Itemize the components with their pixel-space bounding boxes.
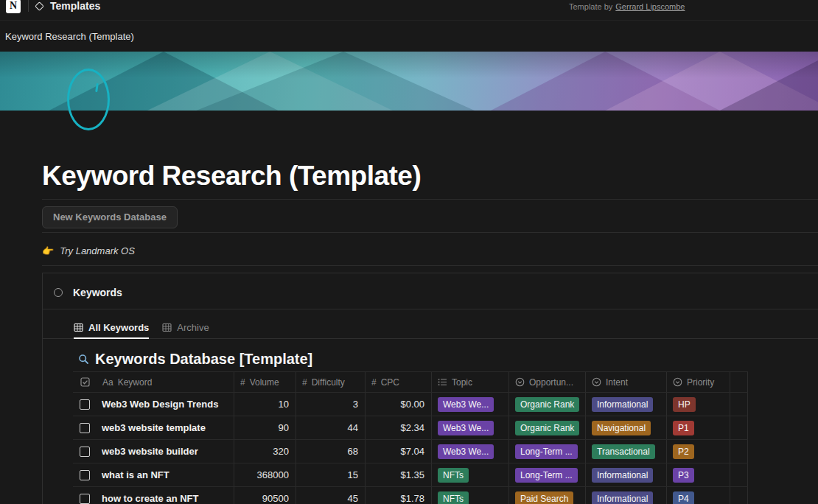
tab-archive[interactable]: Archive — [162, 315, 209, 339]
column-header-difficulty[interactable]: # Difficulty — [296, 372, 366, 392]
intent-cell[interactable]: Informational — [586, 393, 667, 416]
try-landmark-os-link[interactable]: Try Landmark OS — [60, 245, 135, 256]
priority-cell[interactable]: P4 — [667, 487, 730, 504]
keyword-cell[interactable]: web3 website builder — [97, 440, 234, 463]
notion-logo-icon[interactable]: N — [6, 0, 21, 13]
topic-tag[interactable]: Web3 We... — [438, 397, 494, 412]
templates-icon — [35, 1, 44, 11]
breadcrumb-page-title[interactable]: Keyword Research (Template) — [5, 31, 134, 42]
intent-tag[interactable]: Transactional — [592, 444, 655, 459]
number-property-icon: # — [371, 378, 377, 387]
topic-cell[interactable]: NFTs — [432, 463, 509, 486]
difficulty-cell[interactable]: 44 — [296, 416, 366, 439]
keyword-cell[interactable]: web3 website template — [97, 416, 234, 439]
topic-tag[interactable]: NFTs — [438, 468, 469, 483]
priority-tag[interactable]: HP — [673, 397, 696, 412]
priority-tag[interactable]: P4 — [673, 491, 694, 504]
opportunity-cell[interactable]: Paid Search — [509, 487, 586, 504]
keywords-database-card: Keywords All Keywords Archive Keywords D… — [42, 273, 818, 504]
topic-cell[interactable]: Web3 We... — [432, 416, 509, 439]
search-icon — [78, 354, 89, 365]
database-name[interactable]: Keywords — [73, 287, 122, 298]
opportunity-tag[interactable]: Long-Term ... — [515, 444, 578, 459]
column-header-opportunity[interactable]: Opportun... — [509, 372, 586, 392]
priority-cell[interactable]: P2 — [667, 440, 730, 463]
priority-cell[interactable]: P3 — [667, 463, 730, 486]
tab-all-keywords[interactable]: All Keywords — [74, 315, 149, 339]
row-checkbox[interactable] — [73, 393, 97, 416]
select-all-checkbox[interactable] — [73, 372, 97, 392]
opportunity-cell[interactable]: Long-Term ... — [509, 440, 586, 463]
intent-cell[interactable]: Transactional — [586, 440, 667, 463]
row-checkbox[interactable] — [73, 416, 97, 439]
opportunity-cell[interactable]: Organic Rank — [509, 393, 586, 416]
view-title: Keywords Database [Template] — [95, 351, 312, 368]
trailing-cell — [730, 393, 748, 416]
topic-cell[interactable]: NFTs — [432, 487, 509, 504]
column-label: Priority — [687, 377, 714, 388]
intent-tag[interactable]: Informational — [592, 468, 653, 483]
difficulty-cell[interactable]: 68 — [296, 440, 366, 463]
volume-cell[interactable]: 90500 — [234, 487, 296, 504]
column-label: Topic — [452, 377, 472, 388]
difficulty-cell[interactable]: 15 — [296, 463, 366, 486]
priority-tag[interactable]: P2 — [673, 444, 694, 459]
intent-cell[interactable]: Navigational — [586, 416, 667, 439]
row-checkbox[interactable] — [73, 487, 97, 504]
topic-tag[interactable]: Web3 We... — [438, 444, 494, 459]
topbar-divider — [28, 0, 29, 12]
priority-tag[interactable]: P3 — [673, 468, 694, 483]
opportunity-tag[interactable]: Long-Term ... — [515, 468, 578, 483]
intent-tag[interactable]: Navigational — [592, 421, 651, 435]
opportunity-cell[interactable]: Long-Term ... — [509, 463, 586, 486]
table-row: how to create an NFT 90500 45 $1.78 NFTs… — [73, 487, 748, 504]
intent-tag[interactable]: Informational — [592, 491, 653, 504]
volume-cell[interactable]: 368000 — [234, 463, 296, 486]
volume-cell[interactable]: 90 — [234, 416, 296, 439]
table-header-row: Aa Keyword # Volume # Difficulty # CPC — [73, 371, 748, 393]
column-header-volume[interactable]: # Volume — [234, 372, 296, 392]
column-header-intent[interactable]: Intent — [586, 372, 667, 392]
cpc-cell[interactable]: $2.34 — [366, 416, 432, 439]
topbar: N Templates Template byGerrard Lipscombe — [0, 0, 818, 21]
keyword-cell[interactable]: what is an NFT — [97, 463, 234, 486]
opportunity-tag[interactable]: Paid Search — [515, 491, 573, 504]
keyword-cell[interactable]: how to create an NFT — [97, 487, 234, 504]
cpc-cell[interactable]: $1.35 — [366, 463, 432, 486]
priority-cell[interactable]: HP — [667, 393, 730, 416]
cpc-cell[interactable]: $1.78 — [366, 487, 432, 504]
column-header-cpc[interactable]: # CPC — [366, 372, 432, 392]
column-header-topic[interactable]: Topic — [432, 372, 509, 392]
intent-tag[interactable]: Informational — [592, 397, 653, 412]
topic-cell[interactable]: Web3 We... — [432, 440, 509, 463]
keyword-cell[interactable]: Web3 Web Design Trends — [97, 393, 234, 416]
column-label: Difficulty — [312, 377, 345, 388]
topic-tag[interactable]: Web3 We... — [438, 421, 494, 435]
new-keywords-database-button[interactable]: New Keywords Database — [42, 206, 178, 228]
row-checkbox[interactable] — [73, 440, 97, 463]
nav-templates[interactable]: Templates — [50, 0, 100, 12]
difficulty-cell[interactable]: 3 — [296, 393, 366, 416]
topic-cell[interactable]: Web3 We... — [432, 393, 509, 416]
intent-cell[interactable]: Informational — [586, 487, 667, 504]
row-checkbox[interactable] — [73, 463, 97, 486]
topic-tag[interactable]: NFTs — [438, 491, 469, 504]
column-header-priority[interactable]: Priority — [667, 372, 730, 392]
intent-cell[interactable]: Informational — [586, 463, 667, 486]
column-header-keyword[interactable]: Aa Keyword — [97, 372, 234, 392]
volume-cell[interactable]: 10 — [234, 393, 296, 416]
cpc-cell[interactable]: $0.00 — [366, 393, 432, 416]
trailing-cell — [730, 416, 748, 439]
priority-tag[interactable]: P1 — [673, 421, 694, 435]
attribution-author-link[interactable]: Gerrard Lipscombe — [615, 2, 685, 11]
opportunity-tag[interactable]: Organic Rank — [515, 397, 579, 412]
priority-cell[interactable]: P1 — [667, 416, 730, 439]
cpc-cell[interactable]: $7.04 — [366, 440, 432, 463]
opportunity-cell[interactable]: Organic Rank — [509, 416, 586, 439]
select-property-icon — [673, 377, 682, 387]
select-property-icon — [515, 377, 525, 387]
opportunity-tag[interactable]: Organic Rank — [515, 421, 579, 435]
volume-cell[interactable]: 320 — [234, 440, 296, 463]
difficulty-cell[interactable]: 45 — [296, 487, 366, 504]
divider — [43, 309, 818, 309]
